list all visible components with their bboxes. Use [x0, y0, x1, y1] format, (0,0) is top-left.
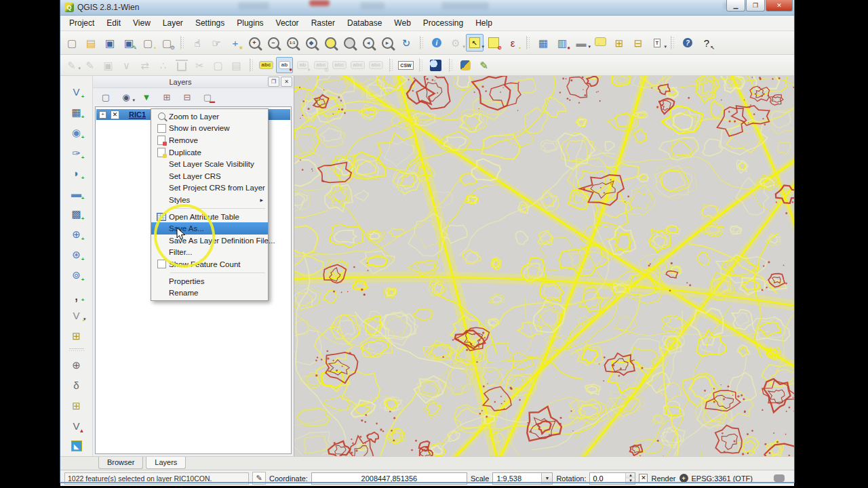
new-shapefile-layer-dropdown-icon[interactable]: ▾	[83, 317, 86, 322]
help-contents-button[interactable]: ?	[679, 34, 696, 52]
add-mssql-layer-button[interactable]: ◗+	[68, 164, 85, 182]
add-delimited-text-layer-button[interactable]: ,+	[68, 286, 85, 304]
title-bar[interactable]: Q QGIS 2.8.1-Wien ▁ ❐ ✕	[60, 0, 794, 16]
plugin-tool-flag-button[interactable]: V▲	[68, 417, 85, 434]
zoom-last-button[interactable]: ◂	[359, 34, 377, 52]
plugin-tool-node-button[interactable]: ⊞	[68, 396, 85, 414]
add-wfs-layer-button[interactable]: ⊚+	[68, 266, 85, 283]
crs-label[interactable]: EPSG:3361 (OTF)	[692, 474, 753, 483]
open-attribute-table-button[interactable]: ▦	[534, 34, 552, 52]
menu-item-set-layer-crs[interactable]: Set Layer CRS	[151, 170, 268, 182]
menu-item-set-project-crs-from-layer[interactable]: Set Project CRS from Layer	[151, 182, 268, 195]
menu-vector[interactable]: Vector	[270, 17, 305, 29]
refresh-map-button[interactable]: ↻	[397, 34, 415, 52]
zoom-next-button[interactable]: ▸	[378, 34, 396, 52]
map-canvas[interactable]	[294, 76, 794, 456]
menu-web[interactable]: Web	[388, 17, 416, 29]
label-tool-button[interactable]: abc	[258, 57, 275, 73]
remove-layer-button[interactable]: ▢▬	[199, 89, 216, 105]
minimize-button[interactable]: ▁	[726, 0, 745, 12]
expander-icon[interactable]: +	[99, 111, 106, 119]
pan-map-button[interactable]: ☞	[208, 34, 225, 52]
menu-item-properties[interactable]: Properties	[151, 275, 268, 287]
menu-item-zoom-to-layer[interactable]: Zoom to Layer	[151, 110, 268, 123]
zoom-in-button[interactable]: +	[245, 34, 263, 52]
add-raster-layer-button[interactable]: ▦+	[68, 103, 85, 121]
zoom-to-layer-button[interactable]	[340, 34, 358, 52]
select-features-button[interactable]: ↖▾	[466, 34, 484, 52]
menu-layer[interactable]: Layer	[157, 17, 189, 29]
show-bookmarks-button[interactable]: ⊟	[629, 34, 647, 52]
zoom-out-button[interactable]: −	[264, 34, 282, 52]
menu-item-styles[interactable]: Styles▸	[151, 194, 268, 206]
filter-legend-button[interactable]: ▼	[138, 89, 155, 105]
new-project-button[interactable]: ▢	[63, 34, 81, 52]
pan-to-selection-button[interactable]: +★	[226, 34, 244, 52]
menu-item-remove[interactable]: Remove	[151, 134, 268, 146]
current-edits-dropdown-icon[interactable]: ▾	[78, 66, 81, 71]
manage-layer-visibility-dropdown-icon[interactable]: ▾	[132, 98, 135, 103]
python-console-button[interactable]	[457, 57, 474, 73]
add-db2-layer-button[interactable]: ▩+	[68, 205, 85, 222]
measure-line-dropdown-icon[interactable]: ▾	[588, 44, 591, 49]
run-feature-action-dropdown-icon[interactable]: ▾	[462, 44, 465, 49]
plugin-tool-crosshair-button[interactable]: ⊕	[68, 356, 85, 373]
new-bookmark-button[interactable]: ⊞	[610, 34, 628, 52]
composer-manager-button[interactable]: ▢⚙	[158, 34, 176, 52]
add-oracle-layer-button[interactable]: ▬+	[68, 184, 85, 202]
select-by-expression-button[interactable]: ε▪	[504, 34, 521, 52]
zoom-to-selection-button[interactable]	[321, 34, 339, 52]
new-shapefile-layer-button[interactable]: V▪▾	[68, 306, 85, 324]
add-wcs-layer-button[interactable]: ⊛+	[68, 245, 85, 263]
map-tips-button[interactable]	[591, 34, 609, 52]
close-button[interactable]: ✕	[766, 0, 793, 12]
manage-layer-visibility-button[interactable]: ◉▾	[118, 89, 134, 105]
menu-item-set-layer-scale-visibility[interactable]: Set Layer Scale Visibility	[151, 158, 268, 170]
panel-float-button[interactable]: ❐	[268, 77, 279, 87]
menu-item-show-in-overview[interactable]: Show in overview	[151, 123, 268, 135]
text-annotation-dropdown-icon[interactable]: ▾	[664, 44, 667, 49]
measure-line-button[interactable]: ▬▾	[572, 34, 590, 52]
label-settings-button[interactable]: ab●	[276, 57, 293, 73]
field-calculator-button[interactable]: ▥●	[553, 34, 571, 52]
tab-layers[interactable]: Layers	[146, 457, 186, 469]
panel-close-button[interactable]: ✕	[281, 77, 292, 87]
menu-item-duplicate[interactable]: Duplicate	[151, 146, 268, 159]
touch-zoom-pan-button[interactable]: ☝	[189, 34, 206, 52]
collapse-all-button[interactable]: ⊟	[179, 89, 195, 105]
deselect-features-button[interactable]: ⊘	[485, 34, 502, 52]
add-postgis-layer-button[interactable]: ◉+	[68, 123, 85, 141]
menu-processing[interactable]: Processing	[417, 17, 469, 29]
zoom-full-button[interactable]: ◆	[302, 34, 320, 52]
new-spatialite-layer-button[interactable]: ⊞	[68, 327, 85, 344]
expand-all-button[interactable]: ⊞	[159, 89, 175, 105]
new-print-composer-button[interactable]: ▢▪	[139, 34, 157, 52]
plugin-tool-select-blue-button[interactable]: ◣	[68, 437, 85, 455]
layer-visibility-checkbox[interactable]: ✕	[111, 110, 119, 119]
menu-plugins[interactable]: Plugins	[231, 17, 269, 29]
maximize-button[interactable]: ❐	[746, 0, 765, 12]
menu-item-rename[interactable]: Rename	[151, 287, 268, 299]
plugin-tool-style-button[interactable]: δ	[68, 376, 85, 394]
menu-settings[interactable]: Settings	[189, 17, 231, 29]
menu-project[interactable]: Project	[63, 17, 100, 29]
menu-edit[interactable]: Edit	[100, 17, 127, 29]
select-features-dropdown-icon[interactable]: ▾	[481, 44, 484, 49]
add-spatialite-layer-button[interactable]: ✑+	[68, 144, 85, 161]
open-project-button[interactable]: ▤	[82, 34, 100, 52]
menu-view[interactable]: View	[127, 17, 157, 29]
metasearch-csw-button[interactable]: CSW	[397, 57, 414, 73]
add-wms-layer-button[interactable]: ⊕+	[68, 225, 85, 243]
menu-help[interactable]: Help	[469, 17, 498, 29]
plugin-globe-button[interactable]	[427, 57, 444, 73]
messages-bubble-icon[interactable]	[774, 474, 785, 482]
tab-browser[interactable]: Browser	[98, 457, 143, 469]
add-group-button[interactable]: ▢	[98, 89, 114, 105]
identify-features-button[interactable]: i	[428, 34, 446, 52]
menu-database[interactable]: Database	[341, 17, 388, 29]
text-annotation-button[interactable]: T▾	[648, 34, 666, 52]
zoom-native-button[interactable]: 1:1	[283, 34, 301, 52]
add-vector-layer-button[interactable]: V+	[68, 83, 85, 100]
plugin-sketch-button[interactable]: ✎	[475, 57, 492, 73]
menu-raster[interactable]: Raster	[305, 17, 341, 29]
